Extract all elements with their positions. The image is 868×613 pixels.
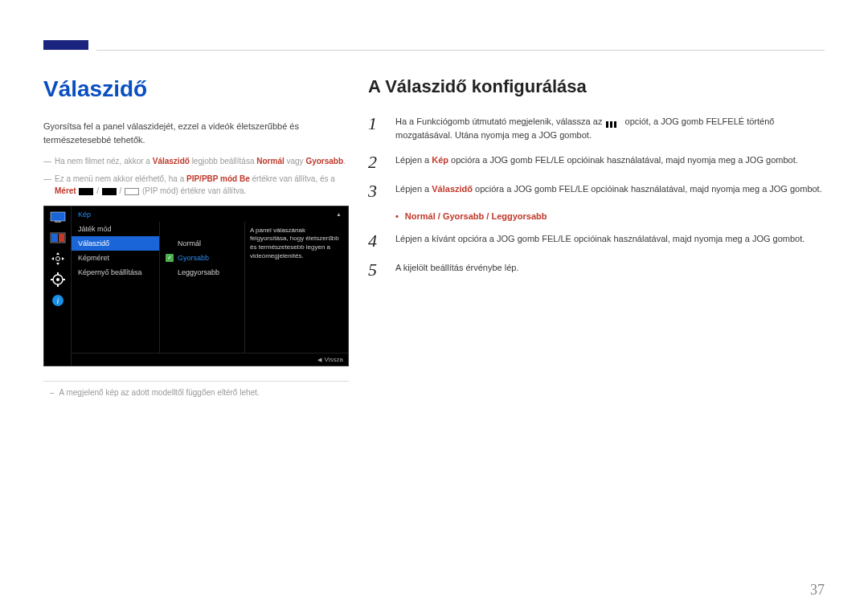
step-5: 5 A kijelölt beállítás érvénybe lép.: [368, 261, 825, 279]
osd-menu-title: Kép ▲: [72, 206, 348, 222]
model-disclaimer: –A megjelenő kép az adott modelltől függ…: [43, 388, 349, 397]
svg-rect-4: [59, 234, 64, 242]
osd-description: A panel válaszának felgyorsítása, hogy é…: [244, 222, 348, 353]
size-mode-icon-1: [79, 188, 93, 195]
step-number-1: 1: [368, 115, 383, 142]
header-divider: [96, 50, 825, 51]
step3-text-b: opcióra a JOG gomb FEL/LE opcióinak hasz…: [473, 184, 822, 194]
note2-text-a: Ez a menü nem akkor elérhető, ha a: [55, 174, 186, 183]
note1-text-b: legjobb beállítása: [190, 157, 256, 166]
step3-bold-valaszido: Válaszidő: [432, 184, 473, 194]
osd-panel: i Kép ▲ Játék mód Válaszidő Képméret Kép…: [43, 206, 349, 366]
osd-submenu: Normál Gyorsabb Leggyorsabb: [160, 222, 244, 353]
step-2-body: Lépjen a Kép opcióra a JOG gomb FEL/LE o…: [395, 153, 825, 171]
step3-text-a: Lépjen a: [395, 184, 432, 194]
steps-list: 1 Ha a Funkciógomb útmutató megjelenik, …: [368, 115, 825, 279]
step-1: 1 Ha a Funkciógomb útmutató megjelenik, …: [368, 115, 825, 142]
osd-sub-gyorsabb[interactable]: Gyorsabb: [160, 251, 244, 265]
osd-footer: ◀Vissza: [72, 353, 348, 366]
intro-paragraph: Gyorsítsa fel a panel válaszidejét, ezze…: [43, 120, 349, 147]
osd-row-wrap: Játék mód Válaszidő Képméret Képernyő be…: [72, 222, 348, 353]
osd-icon-gear[interactable]: [50, 272, 66, 287]
osd-icon-settings-move[interactable]: [50, 251, 66, 266]
osd-sub-normal[interactable]: Normál: [160, 236, 244, 251]
left-column: Válaszidő Gyorsítsa fel a panel válaszid…: [43, 76, 349, 397]
osd-item-valaszido[interactable]: Válaszidő: [72, 236, 159, 251]
note-1: Ha nem filmet néz, akkor a Válaszidő leg…: [43, 155, 349, 168]
bullet-mark: •: [395, 211, 399, 221]
note2-text-b: értékre van állítva, és a: [250, 174, 335, 183]
osd-body: i Kép ▲ Játék mód Válaszidő Képméret Kép…: [44, 206, 348, 366]
note1-bold-gyorsabb: Gyorsabb: [305, 157, 343, 166]
step-4-body: Lépjen a kívánt opcióra a JOG gomb FEL/L…: [395, 232, 825, 250]
osd-title-text: Kép: [78, 210, 91, 219]
note1-text-a: Ha nem filmet néz, akkor a: [55, 157, 153, 166]
note2-bold-meret: Méret: [55, 186, 76, 195]
osd-item-jatekmod[interactable]: Játék mód: [72, 222, 159, 236]
note2-text-end: (PIP mód) értékre van állítva.: [142, 186, 246, 195]
note1-text-end: .: [343, 157, 346, 166]
osd-sub-leggyorsabb[interactable]: Leggyorsabb: [160, 265, 244, 280]
size-mode-icon-3: [125, 188, 139, 195]
step-4: 4 Lépjen a kívánt opcióra a JOG gomb FEL…: [368, 232, 825, 250]
svg-text:i: i: [56, 296, 59, 305]
step-1-body: Ha a Funkciógomb útmutató megjelenik, vá…: [395, 115, 825, 142]
osd-primary-menu: Játék mód Válaszidő Képméret Képernyő be…: [72, 222, 160, 353]
model-disclaimer-text: A megjelenő kép az adott modelltől függő…: [59, 388, 260, 397]
svg-rect-3: [51, 234, 58, 242]
osd-sidebar: i: [44, 206, 72, 366]
note-2: Ez a menü nem akkor elérhető, ha a PIP/P…: [43, 173, 349, 198]
osd-item-kepmeret[interactable]: Képméret: [72, 251, 159, 265]
menu-bars-icon: [605, 118, 621, 126]
header-accent-bar: [43, 40, 88, 50]
note1-bold-valaszido: Válaszidő: [153, 157, 190, 166]
osd-item-kepernyobeall[interactable]: Képernyő beállítása: [72, 265, 159, 280]
osd-icon-pip[interactable]: [50, 231, 66, 245]
step2-bold-kep: Kép: [432, 155, 448, 165]
note1-text-c: vagy: [285, 157, 306, 166]
options-list-text: Normál / Gyorsabb / Leggyorsabb: [405, 211, 547, 221]
right-column: A Válaszidő konfigurálása 1 Ha a Funkció…: [368, 76, 825, 397]
page-number: 37: [810, 582, 825, 599]
step-number-5: 5: [368, 261, 383, 279]
step-number-4: 4: [368, 232, 383, 250]
osd-icon-picture[interactable]: [50, 210, 66, 224]
osd-icon-info[interactable]: i: [50, 293, 66, 308]
step-number-3: 3: [368, 182, 383, 200]
osd-main: Kép ▲ Játék mód Válaszidő Képméret Képer…: [72, 206, 348, 366]
step-3-body: Lépjen a Válaszidő opcióra a JOG gomb FE…: [395, 182, 825, 200]
scroll-up-arrow-icon[interactable]: ▲: [336, 211, 342, 217]
divider-below-osd: [43, 381, 349, 382]
step-number-2: 2: [368, 153, 383, 171]
svg-rect-1: [55, 221, 61, 223]
step2-text-a: Lépjen a: [395, 155, 432, 165]
step-3: 3 Lépjen a Válaszidő opcióra a JOG gomb …: [368, 182, 825, 200]
size-mode-icon-2: [102, 188, 117, 195]
note2-bold-pippbp: PIP/PBP mód Be: [186, 174, 250, 183]
osd-back-label[interactable]: Vissza: [325, 356, 343, 363]
svg-point-7: [56, 278, 59, 281]
section-title-right: A Válaszidő konfigurálása: [368, 76, 825, 97]
step-5-body: A kijelölt beállítás érvénybe lép.: [395, 261, 825, 279]
page-content: Válaszidő Gyorsítsa fel a panel válaszid…: [0, 0, 868, 397]
back-arrow-icon[interactable]: ◀: [317, 357, 321, 363]
options-bullet: • Normál / Gyorsabb / Leggyorsabb: [395, 211, 825, 221]
note1-bold-normal: Normál: [256, 157, 284, 166]
step1-text-a: Ha a Funkciógomb útmutató megjelenik, vá…: [395, 116, 604, 126]
step2-text-b: opcióra a JOG gomb FEL/LE opcióinak hasz…: [448, 155, 798, 165]
svg-rect-0: [51, 212, 65, 221]
svg-point-5: [55, 256, 59, 260]
step-2: 2 Lépjen a Kép opcióra a JOG gomb FEL/LE…: [368, 153, 825, 171]
section-title-left: Válaszidő: [43, 76, 349, 102]
